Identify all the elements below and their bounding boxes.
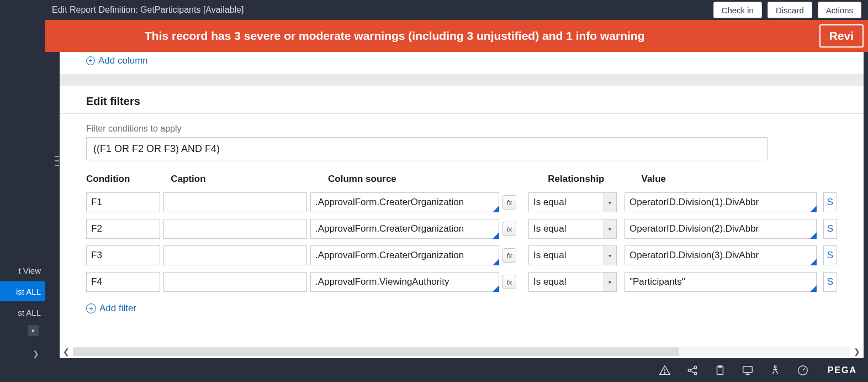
row-action-button[interactable]: S [823,192,837,212]
svg-point-1 [664,373,665,373]
warning-banner: This record has 3 severe or moderate war… [45,20,868,52]
horizontal-rule [60,113,864,114]
filter-expression-input[interactable] [86,137,768,160]
filter-table-header: Condition Caption Column source Relation… [86,174,837,189]
caption-input[interactable] [163,192,307,212]
column-source-input[interactable] [310,245,499,265]
value-input[interactable] [624,219,817,239]
review-button[interactable]: Revi [819,24,864,48]
chevron-down-icon[interactable]: ▾ [604,192,617,212]
sidebar-expand-icon[interactable]: ❯ [30,348,41,359]
condition-input[interactable] [86,272,160,292]
col-relationship: Relationship [548,174,641,185]
condition-input[interactable] [86,219,160,239]
accessibility-icon[interactable] [769,364,781,376]
column-source-input[interactable] [310,272,499,292]
fx-button[interactable]: fx [502,275,516,289]
discard-button[interactable]: Discard [768,2,812,18]
gauge-icon[interactable] [797,364,809,376]
fx-button[interactable]: fx [502,195,516,210]
filter-row: fx ▾ S [86,242,837,269]
value-input[interactable] [624,272,817,292]
sidebar-item-list-all[interactable]: ist ALL [0,281,45,301]
chevron-down-icon[interactable]: ▾ [604,245,617,265]
horizontal-scrollbar[interactable]: ❮ ❯ [60,345,864,358]
section-divider [60,74,864,86]
filter-row: fx ▾ S [86,269,837,295]
fx-button[interactable]: fx [502,222,516,236]
scroll-left-icon[interactable]: ❮ [60,347,73,356]
clipboard-icon[interactable] [714,364,726,376]
left-sidebar: t View ist ALL st ALL ▾ ❯ [0,0,45,382]
value-input[interactable] [624,192,817,212]
add-filter-link[interactable]: + Add filter [60,295,864,314]
scroll-thumb[interactable] [73,347,679,356]
svg-line-6 [690,371,694,373]
warning-text: This record has 3 severe or moderate war… [145,29,645,43]
chevron-down-icon[interactable]: ▾ [604,219,617,239]
checkin-button[interactable]: Check in [713,2,762,18]
brand-logo: PEGA [828,365,857,375]
page-title: Edit Report Definition: GetParticipants … [52,5,713,15]
filter-conditions-label: Filter conditions to apply [60,124,864,137]
col-caption: Caption [171,174,328,185]
svg-point-12 [774,366,776,368]
sidebar-item-st-all[interactable]: st ALL [0,302,45,322]
main-content: + Add column Edit filters Filter conditi… [60,52,864,345]
col-source: Column source [328,174,548,185]
page-header: Edit Report Definition: GetParticipants … [45,0,868,20]
scroll-track[interactable] [73,347,850,356]
share-icon[interactable] [686,364,698,376]
warning-icon[interactable] [659,364,671,376]
value-input[interactable] [624,245,817,265]
sidebar-item-view[interactable]: t View [0,260,45,280]
row-action-button[interactable]: S [823,245,837,265]
edit-filters-heading: Edit filters [60,86,864,113]
resize-handle-icon[interactable] [55,156,59,166]
caption-input[interactable] [163,219,307,239]
caption-input[interactable] [163,245,307,265]
chevron-down-icon[interactable]: ▾ [604,272,617,292]
column-source-input[interactable] [310,192,499,212]
filter-row: fx ▾ S [86,216,837,242]
add-column-link[interactable]: + Add column [86,55,148,66]
svg-line-5 [690,368,694,370]
condition-input[interactable] [86,245,160,265]
row-action-button[interactable]: S [823,219,837,239]
svg-line-14 [803,368,805,370]
actions-button[interactable]: Actions [818,2,861,18]
column-source-input[interactable] [310,219,499,239]
presentation-icon[interactable] [742,364,754,376]
svg-rect-9 [743,367,752,373]
row-action-button[interactable]: S [823,272,837,292]
filter-row: fx ▾ S [86,189,837,216]
condition-input[interactable] [86,192,160,212]
plus-circle-icon: + [86,56,95,65]
caption-input[interactable] [163,272,307,292]
col-condition: Condition [86,174,171,185]
col-value: Value [642,174,837,185]
scroll-right-icon[interactable]: ❯ [850,347,864,356]
plus-circle-icon: + [86,303,96,313]
fx-button[interactable]: fx [502,248,516,263]
sidebar-collapse-toggle[interactable]: ▾ [28,325,39,336]
footer-bar: PEGA [45,359,868,382]
